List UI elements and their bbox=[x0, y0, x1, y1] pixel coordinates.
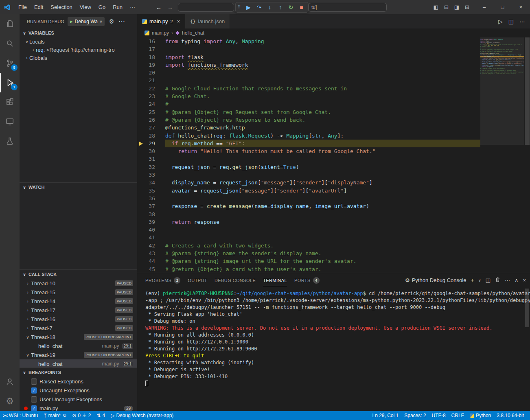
code-line[interactable] bbox=[165, 171, 480, 179]
split-editor-icon[interactable]: ◫ bbox=[508, 18, 514, 25]
call-stack-header[interactable]: ∨ CALL STACK bbox=[20, 270, 137, 279]
call-stack-thread[interactable]: ›Thread-7PAUSED bbox=[20, 324, 137, 332]
code-line[interactable]: # @param {string} image_url the URL for … bbox=[165, 257, 480, 265]
step-over-button[interactable]: ↷ bbox=[254, 2, 264, 12]
close-panel-icon[interactable]: × bbox=[523, 277, 526, 283]
menu-selection[interactable]: Selection bbox=[47, 0, 76, 14]
problems-status[interactable]: ⊘0⚠2 bbox=[69, 411, 94, 420]
terminal-launch-chevron-icon[interactable]: ∨ bbox=[478, 278, 481, 282]
minimize-button[interactable]: – bbox=[475, 0, 493, 14]
gutter-row[interactable]: 41 bbox=[137, 234, 162, 241]
code-line[interactable] bbox=[165, 210, 480, 218]
code-line[interactable]: return response bbox=[165, 218, 480, 226]
code-line[interactable] bbox=[165, 45, 480, 53]
minimap-slider[interactable] bbox=[480, 37, 524, 145]
command-center-title[interactable]: tu] bbox=[309, 3, 387, 12]
code-line[interactable]: # @return {Object} a card with the user'… bbox=[165, 265, 480, 273]
call-stack-thread[interactable]: ›Thread-14PAUSED bbox=[20, 297, 137, 306]
gutter-row[interactable]: 32 bbox=[137, 163, 162, 171]
python-interpreter[interactable]: 3.8.10 64-bit bbox=[494, 411, 527, 420]
toggle-sidebar-icon[interactable]: ◧ bbox=[434, 4, 438, 10]
gutter-row[interactable]: 18 bbox=[137, 53, 162, 61]
variables-header[interactable]: ∨ VARIABLES bbox=[20, 28, 137, 37]
code-line[interactable] bbox=[165, 234, 480, 241]
call-stack-thread[interactable]: ∨Thread-19PAUSED ON BREAKPOINT bbox=[20, 350, 137, 359]
gutter-row[interactable]: 19 bbox=[137, 61, 162, 69]
restart-button[interactable]: ↻ bbox=[286, 2, 296, 12]
remote-indicator[interactable]: ><WSL: Ubuntu bbox=[0, 411, 41, 420]
tab-debug-console[interactable]: DEBUG CONSOLE bbox=[215, 274, 256, 286]
code-line[interactable]: return "Hello! This function must be cal… bbox=[165, 147, 480, 155]
panel-scrollbar-slider[interactable] bbox=[525, 289, 529, 327]
gutter-row[interactable]: 20 bbox=[137, 69, 162, 77]
code-line[interactable]: import functions_framework bbox=[165, 61, 480, 69]
tab-terminal[interactable]: TERMINAL bbox=[263, 274, 287, 286]
variable-req[interactable]: › req: <Request 'http://charming-tro bbox=[20, 46, 137, 54]
code-line[interactable] bbox=[165, 69, 480, 77]
variables-scope-globals[interactable]: › Globals bbox=[20, 54, 137, 62]
gutter-row[interactable]: 39 bbox=[137, 218, 162, 226]
watch-header[interactable]: ∨ WATCH bbox=[20, 183, 137, 192]
gutter-row[interactable]: 33 bbox=[137, 171, 162, 179]
panel-more-actions-icon[interactable]: ⋯ bbox=[505, 277, 510, 283]
code-line[interactable]: display_name = request_json["message"]["… bbox=[165, 179, 480, 186]
gutter-row[interactable]: 17 bbox=[137, 45, 162, 53]
gutter-row[interactable]: 45 bbox=[137, 265, 162, 273]
code-line[interactable]: import flask bbox=[165, 53, 480, 61]
settings-gear-icon[interactable]: ⚙ bbox=[0, 392, 20, 411]
gutter-row[interactable]: 28 bbox=[137, 132, 162, 140]
variables-scope-locals[interactable]: ∨ Locals bbox=[20, 37, 137, 46]
git-branch[interactable]: ᛘmain*↻ bbox=[41, 411, 69, 420]
debug-config-dropdown[interactable]: ▶ Debug Wa ∨ bbox=[68, 17, 105, 26]
gutter-row[interactable]: 42 bbox=[137, 242, 162, 249]
code-editor[interactable]: 1617181920212223242526272829303132333435… bbox=[137, 37, 530, 273]
source-control-icon[interactable]: 5 bbox=[0, 53, 20, 73]
maximize-panel-icon[interactable]: ∧ bbox=[515, 277, 519, 283]
menu-run[interactable]: Run bbox=[109, 0, 126, 14]
gutter-row[interactable]: 37 bbox=[137, 202, 162, 210]
language-mode[interactable]: Python bbox=[467, 411, 494, 420]
code-line[interactable]: @functions_framework.http bbox=[165, 124, 480, 131]
gutter-row[interactable]: 24 bbox=[137, 100, 162, 108]
code-line[interactable]: from typing import Any, Mapping bbox=[165, 37, 480, 45]
gutter-row[interactable]: 31 bbox=[137, 155, 162, 163]
split-terminal-icon[interactable]: ◫ bbox=[486, 277, 491, 283]
gutter-row[interactable]: 22 bbox=[137, 85, 162, 92]
gutter-row[interactable]: 23 bbox=[137, 92, 162, 100]
code-line[interactable]: # @param {Object} res Response to send b… bbox=[165, 116, 480, 124]
continue-button[interactable]: ▶ bbox=[244, 2, 253, 12]
gutter-row[interactable]: 34 bbox=[137, 179, 162, 186]
drag-grip-icon[interactable]: ⠿ bbox=[238, 5, 243, 9]
command-center-search[interactable] bbox=[178, 3, 234, 12]
gutter-row[interactable]: 29 bbox=[137, 140, 162, 147]
cursor-position[interactable]: Ln 29, Col 1 bbox=[369, 411, 401, 420]
gutter-row[interactable]: 38 bbox=[137, 210, 162, 218]
search-icon[interactable] bbox=[0, 34, 20, 53]
remote-explorer-icon[interactable] bbox=[0, 112, 20, 131]
menu-view[interactable]: View bbox=[76, 0, 95, 14]
tab-ports[interactable]: PORTS 4 bbox=[294, 274, 320, 286]
run-python-file-icon[interactable]: ▷ bbox=[498, 18, 503, 25]
code-line[interactable]: # bbox=[165, 100, 480, 108]
code-line[interactable] bbox=[165, 155, 480, 163]
maximize-button[interactable]: □ bbox=[493, 0, 512, 14]
debug-settings-gear-icon[interactable]: ⚙ bbox=[109, 18, 114, 25]
run-and-debug-icon[interactable]: 1 bbox=[0, 73, 20, 92]
editor-scrollbar[interactable] bbox=[524, 37, 530, 273]
code-line[interactable]: # Creates a card with two widgets. bbox=[165, 242, 480, 249]
accounts-icon[interactable] bbox=[0, 372, 20, 392]
code-line[interactable] bbox=[165, 195, 480, 202]
tab-main-py[interactable]: main.py 2 × bbox=[137, 14, 185, 28]
code-line[interactable]: request_json = req.get_json(silent=True) bbox=[165, 163, 480, 171]
code-line[interactable]: avatar = request_json["message"]["sender… bbox=[165, 187, 480, 195]
stack-frame[interactable]: hello_chatmain.py29:1 bbox=[20, 341, 137, 350]
menu-overflow-button[interactable]: ⋯ bbox=[126, 4, 139, 10]
testing-icon[interactable] bbox=[0, 131, 20, 151]
gutter-row[interactable]: 27 bbox=[137, 124, 162, 131]
code-line[interactable]: response = create_message(name=display_n… bbox=[165, 202, 480, 210]
toggle-secondary-sidebar-icon[interactable]: ◨ bbox=[454, 4, 459, 10]
stack-frame[interactable]: hello_chatmain.py29:1 bbox=[20, 359, 137, 368]
call-stack-thread[interactable]: ∨Thread-18PAUSED ON BREAKPOINT bbox=[20, 332, 137, 341]
breakpoint-item[interactable]: User Uncaught Exceptions bbox=[20, 395, 137, 404]
breakpoint-checkbox[interactable] bbox=[31, 378, 37, 385]
